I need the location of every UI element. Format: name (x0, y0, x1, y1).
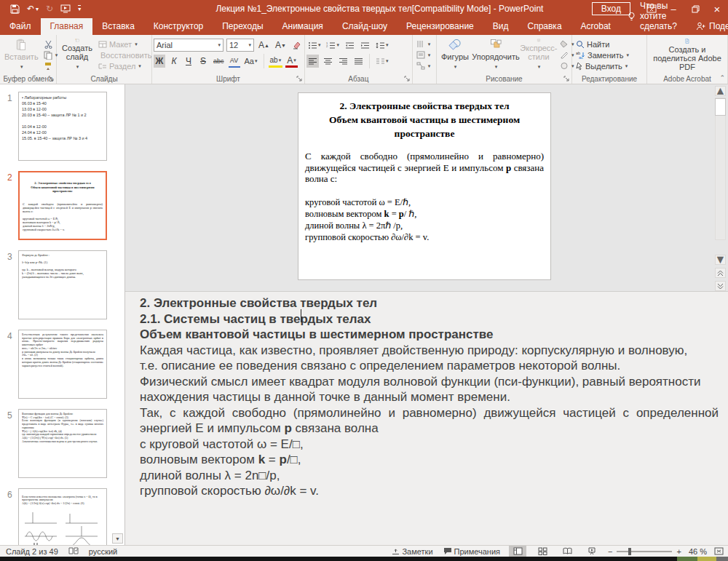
text-direction-icon[interactable]: ▾ (415, 39, 432, 49)
shrink-font-button[interactable]: А▼ (274, 39, 288, 52)
spellcheck-icon[interactable] (68, 547, 79, 555)
reset-slide-button[interactable]: Восстановить (97, 49, 149, 60)
select-button[interactable]: Выделить▾ (574, 60, 644, 71)
slideshow-view-button[interactable] (583, 546, 601, 557)
thumbnail-slide-4[interactable]: 4 Естественным результатом такого предст… (0, 330, 124, 399)
increase-indent-icon[interactable] (359, 39, 371, 52)
abc-strike-icon[interactable]: abc (212, 55, 226, 68)
replace-button[interactable]: abac Заменить▾ (574, 49, 644, 60)
notes-line: с круговой частотой ω = E/□, (140, 437, 719, 453)
shapes-button[interactable]: Фигуры▾ (438, 37, 472, 73)
change-case-button[interactable]: Aa▾ (243, 55, 259, 68)
tab-slideshow[interactable]: Слайд-шоу (333, 18, 397, 35)
text-highlight-button[interactable]: ab▾ (269, 55, 283, 68)
italic-button[interactable]: К (168, 55, 180, 68)
zoom-level[interactable]: 46 % (689, 547, 707, 556)
slide-sorter-view-button[interactable] (534, 546, 551, 557)
scrollbar-thumb[interactable] (715, 98, 726, 116)
notes-toggle[interactable]: Заметки (390, 546, 434, 557)
columns-icon[interactable]: ▾ (374, 55, 390, 68)
collapse-ribbon-button[interactable]: ⌃ (719, 74, 725, 81)
group-paragraph: ▾ 12▾ ▾ (305, 35, 413, 84)
fit-to-window-button[interactable] (714, 547, 724, 555)
zoom-out-button[interactable]: − (608, 547, 612, 556)
save-icon[interactable] (10, 4, 20, 14)
tab-view[interactable]: Вид (483, 18, 518, 35)
arrange-button[interactable]: Упорядочить▾ (472, 37, 520, 73)
tab-help[interactable]: Справка (518, 18, 571, 35)
zoom-in-button[interactable]: + (676, 547, 681, 556)
tab-animations[interactable]: Анимация (273, 18, 333, 35)
tab-review[interactable]: Рецензирование (397, 18, 483, 35)
align-text-icon[interactable]: ▾ (415, 49, 432, 60)
bold-button[interactable]: Ж (154, 55, 165, 68)
clear-formatting-icon[interactable] (290, 39, 303, 52)
font-family-combo[interactable]: Arial▾ (154, 39, 223, 52)
notes-line: волновым вектором k = p/□, (140, 452, 719, 468)
paste-button[interactable]: Вставить▾ (1, 37, 41, 73)
layout-button[interactable]: Макет▾ (97, 39, 149, 49)
strikethrough-button[interactable]: S (197, 55, 209, 68)
tab-design[interactable]: Конструктор (144, 18, 213, 35)
zoom-slider-thumb[interactable] (628, 548, 631, 555)
create-share-pdf-button[interactable]: Создать и поделиться Adobe PDF (649, 37, 726, 73)
paragraph-dialog-launcher[interactable] (404, 76, 411, 82)
tell-me-search[interactable]: Что вы хотите сделать? (620, 0, 684, 35)
start-slideshow-icon[interactable] (60, 4, 71, 13)
undo-button[interactable]: ↶▾ (27, 4, 39, 14)
align-left-button[interactable] (306, 55, 319, 68)
tab-acrobat[interactable]: Acrobat (571, 18, 620, 35)
thumbnail-scroll-down-button[interactable]: ▼ (112, 533, 123, 544)
scroll-up-button[interactable]: ▲ (715, 86, 726, 96)
new-slide-button[interactable]: Создать слайд▾ (58, 37, 96, 73)
convert-smartart-icon[interactable]: ▾ (415, 60, 432, 71)
numbering-icon[interactable]: 12▾ (325, 39, 341, 52)
align-center-button[interactable] (322, 55, 334, 68)
underline-button[interactable]: Ч (183, 55, 194, 68)
scrollbar-track[interactable] (715, 98, 726, 240)
font-size-combo[interactable]: 12▾ (226, 39, 254, 52)
slide-indicator[interactable]: Слайд 2 из 49 (6, 547, 58, 556)
redo-button[interactable]: ↻ (46, 4, 53, 14)
language-indicator[interactable]: русский (89, 547, 117, 556)
align-right-button[interactable] (337, 55, 349, 68)
thumbnail-slide-2-selected[interactable]: 2 2. Электронные свойства твердых тел Об… (0, 171, 124, 240)
slide-canvas[interactable]: 2. Электронные свойства твердых тел Объе… (298, 92, 551, 280)
tab-home[interactable]: Главная (41, 18, 93, 35)
quick-styles-button[interactable]: Экспресс-стили▾ (520, 37, 558, 73)
thumbnail-slide-6[interactable]: 6 Если точно известно положение электрон… (0, 488, 124, 545)
clipboard-dialog-launcher[interactable] (48, 76, 55, 82)
next-slide-button[interactable] (715, 281, 726, 291)
drawing-dialog-launcher[interactable] (563, 76, 570, 82)
share-button[interactable]: Поделиться (684, 18, 728, 35)
character-spacing-button[interactable]: AV (229, 55, 240, 68)
slide-title-text[interactable]: 2. Электронные свойства твердых тел Объе… (305, 99, 544, 140)
tab-file[interactable]: Файл (0, 18, 41, 35)
thumbnail-slide-5[interactable]: 5 Волновая функция для волны Де Бройля: … (0, 409, 124, 478)
slide-formula-lines[interactable]: круговой частотой ω = E/ℏ, волновым вект… (305, 196, 544, 243)
zoom-slider-track[interactable] (617, 551, 672, 552)
decrease-indent-icon[interactable] (344, 39, 356, 52)
font-dialog-launcher[interactable] (296, 76, 303, 82)
tab-insert[interactable]: Вставка (92, 18, 144, 35)
line-spacing-icon[interactable]: ▾ (374, 39, 390, 52)
notes-pane[interactable]: 2. Электронные свойства твердых тел 2.1.… (125, 291, 728, 545)
tab-transitions[interactable]: Переходы (213, 18, 272, 35)
grow-font-button[interactable]: А▲ (257, 39, 271, 52)
slide-body-paragraph[interactable]: С каждой свободно (прямолинейно и равном… (305, 151, 544, 185)
scroll-down-button[interactable]: ▼ (715, 255, 726, 265)
reading-view-button[interactable] (558, 546, 576, 557)
find-button[interactable]: Найти (574, 39, 644, 49)
customize-qat-button[interactable]: ▾ (78, 5, 81, 12)
comments-toggle[interactable]: Примечания (442, 546, 502, 557)
thumbnail-slide-3[interactable]: 3 Формула де Бройля : λ=h/p или p=ℏk. (1… (0, 250, 124, 319)
section-button[interactable]: Раздел▾ (97, 60, 149, 71)
bullets-icon[interactable]: ▾ (306, 39, 323, 52)
restore-button[interactable] (684, 0, 706, 17)
justify-button[interactable] (352, 55, 365, 68)
normal-view-button[interactable] (509, 546, 526, 557)
thumbnail-slide-1[interactable]: 1 • Лабораторные работы 06.03 в 15-40 13… (0, 92, 124, 161)
previous-slide-button[interactable] (715, 268, 726, 278)
font-color-button[interactable]: А▾ (285, 55, 298, 68)
close-button[interactable]: × (706, 0, 728, 17)
